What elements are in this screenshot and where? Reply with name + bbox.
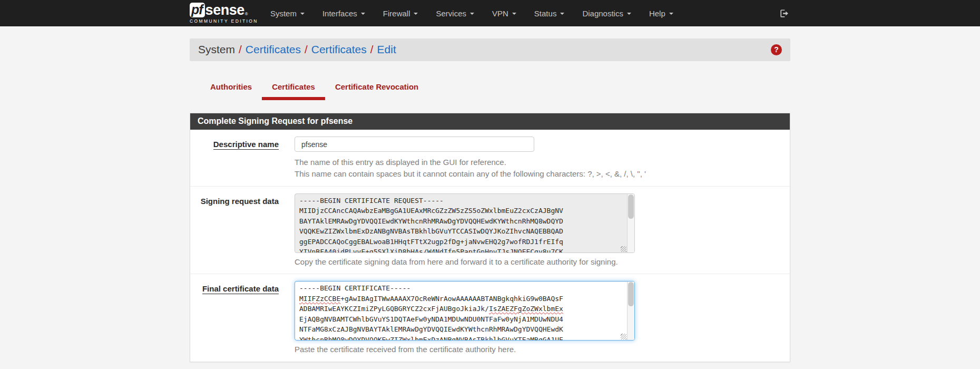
tab-certificate-revocation[interactable]: Certificate Revocation <box>325 77 428 100</box>
signing-request-textarea[interactable]: -----BEGIN CERTIFICATE REQUEST----- MIID… <box>295 193 635 253</box>
scrollbar-thumb[interactable] <box>628 282 634 306</box>
menu-services[interactable]: Services <box>427 0 483 26</box>
logo-community-edition: COMMUNITY EDITION <box>190 18 258 24</box>
chevron-down-icon <box>300 13 305 15</box>
final-certificate-label: Final certificate data <box>190 281 279 355</box>
chevron-down-icon <box>627 13 631 15</box>
menu-vpn[interactable]: VPN <box>483 0 525 26</box>
tab-authorities[interactable]: Authorities <box>200 77 262 100</box>
signing-request-textarea-content: -----BEGIN CERTIFICATE REQUEST----- MIID… <box>295 194 634 253</box>
breadcrumb-bar: System/Certificates/Certificates/Edit ? <box>190 38 790 61</box>
descriptive-name-help: The name of this entry as displayed in t… <box>295 157 782 180</box>
signing-request-label: Signing request data <box>190 193 279 268</box>
textarea-scrollbar[interactable] <box>627 281 634 340</box>
chevron-down-icon <box>512 13 516 15</box>
textarea-scrollbar[interactable] <box>627 194 634 253</box>
breadcrumb-system: System <box>198 43 235 55</box>
chevron-down-icon <box>560 13 564 15</box>
main-menu: System Interfaces Firewall Services VPN … <box>261 0 682 26</box>
logo-registered-mark: ® <box>245 12 248 17</box>
breadcrumb-certificates2-link[interactable]: Certificates <box>311 43 367 55</box>
breadcrumb-edit-link[interactable]: Edit <box>377 43 396 55</box>
final-certificate-textarea-content: -----BEGIN CERTIFICATE----- MIIFZzCCBE+g… <box>295 281 634 341</box>
final-certificate-help: Paste the certificate received from the … <box>295 344 782 355</box>
chevron-down-icon <box>669 13 673 15</box>
breadcrumb-certificates-link[interactable]: Certificates <box>246 43 301 55</box>
menu-help[interactable]: Help <box>640 0 682 26</box>
final-certificate-textarea[interactable]: -----BEGIN CERTIFICATE----- MIIFZzCCBE+g… <box>295 281 635 341</box>
menu-status[interactable]: Status <box>525 0 574 26</box>
menu-system[interactable]: System <box>261 0 313 26</box>
logo-sense-text: sense <box>205 3 244 17</box>
logo-pf-mark: pf <box>190 3 205 17</box>
signing-request-help: Copy the certificate signing data from h… <box>295 256 782 268</box>
breadcrumb-separator: / <box>301 43 311 55</box>
menu-firewall[interactable]: Firewall <box>374 0 427 26</box>
pfsense-logo[interactable]: pfsense® COMMUNITY EDITION <box>190 3 258 24</box>
sign-out-icon <box>779 8 789 18</box>
panel-title: Complete Signing Request for pfsense <box>190 113 790 130</box>
textarea-resize-handle[interactable] <box>621 334 626 339</box>
descriptive-name-label: Descriptive name <box>190 137 279 180</box>
logout-button[interactable] <box>779 8 790 18</box>
menu-interfaces[interactable]: Interfaces <box>313 0 374 26</box>
breadcrumb-separator: / <box>235 43 246 55</box>
signing-request-panel: Complete Signing Request for pfsense Des… <box>190 113 790 362</box>
textarea-resize-handle[interactable] <box>621 246 626 252</box>
top-navbar: pfsense® COMMUNITY EDITION System Interf… <box>0 0 980 26</box>
final-certificate-row: Final certificate data -----BEGIN CERTIF… <box>190 274 790 362</box>
descriptive-name-row: Descriptive name The name of this entry … <box>190 130 790 187</box>
signing-request-row: Signing request data -----BEGIN CERTIFIC… <box>190 187 790 275</box>
scrollbar-thumb[interactable] <box>628 195 634 219</box>
breadcrumb-separator: / <box>367 43 377 55</box>
chevron-down-icon <box>361 13 365 15</box>
descriptive-name-input[interactable] <box>295 137 534 152</box>
help-icon[interactable]: ? <box>771 44 782 55</box>
chevron-down-icon <box>470 13 474 15</box>
chevron-down-icon <box>414 13 418 15</box>
tab-bar: Authorities Certificates Certificate Rev… <box>190 77 790 100</box>
breadcrumb: System/Certificates/Certificates/Edit <box>198 43 396 56</box>
tab-certificates[interactable]: Certificates <box>262 77 325 100</box>
menu-diagnostics[interactable]: Diagnostics <box>573 0 640 26</box>
